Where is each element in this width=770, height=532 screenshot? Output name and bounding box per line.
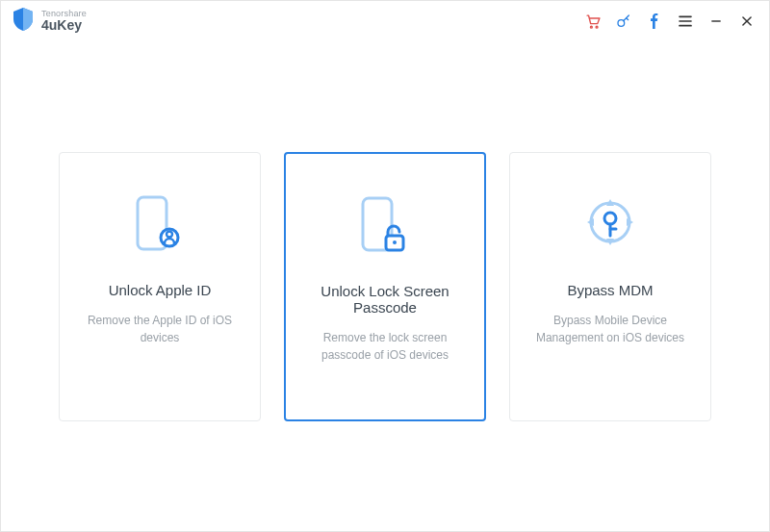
key-icon[interactable] [615, 13, 632, 30]
svg-point-20 [604, 213, 616, 224]
card-unlock-lock-screen[interactable]: Unlock Lock Screen Passcode Remove the l… [284, 152, 486, 421]
brand-product: 4uKey [41, 18, 87, 33]
bypass-mdm-icon [577, 188, 644, 255]
card-title: Bypass MDM [567, 282, 653, 298]
unlock-lock-screen-icon [351, 189, 419, 256]
brand: Tenorshare 4uKey [13, 7, 87, 36]
card-desc: Bypass Mobile Device Management on iOS d… [527, 312, 693, 346]
menu-icon[interactable] [677, 13, 694, 30]
app-logo-icon [13, 7, 34, 36]
card-bypass-mdm[interactable]: Bypass MDM Bypass Mobile Device Manageme… [509, 152, 711, 421]
card-desc: Remove the Apple ID of iOS devices [77, 312, 243, 346]
cart-icon[interactable] [584, 13, 602, 30]
svg-point-1 [596, 26, 598, 28]
facebook-icon[interactable] [646, 13, 663, 30]
titlebar: Tenorshare 4uKey [1, 1, 769, 41]
svg-point-14 [393, 241, 397, 244]
card-unlock-apple-id[interactable]: Unlock Apple ID Remove the Apple ID of i… [59, 152, 261, 421]
window-controls [584, 13, 756, 30]
minimize-button[interactable] [707, 13, 725, 30]
card-title: Unlock Lock Screen Passcode [303, 283, 467, 316]
card-title: Unlock Apple ID [109, 282, 212, 298]
unlock-apple-id-icon [126, 188, 193, 255]
main-content: Unlock Apple ID Remove the Apple ID of i… [1, 41, 769, 531]
close-button[interactable] [738, 13, 756, 30]
svg-point-0 [590, 26, 592, 28]
card-desc: Remove the lock screen passcode of iOS d… [303, 329, 467, 364]
